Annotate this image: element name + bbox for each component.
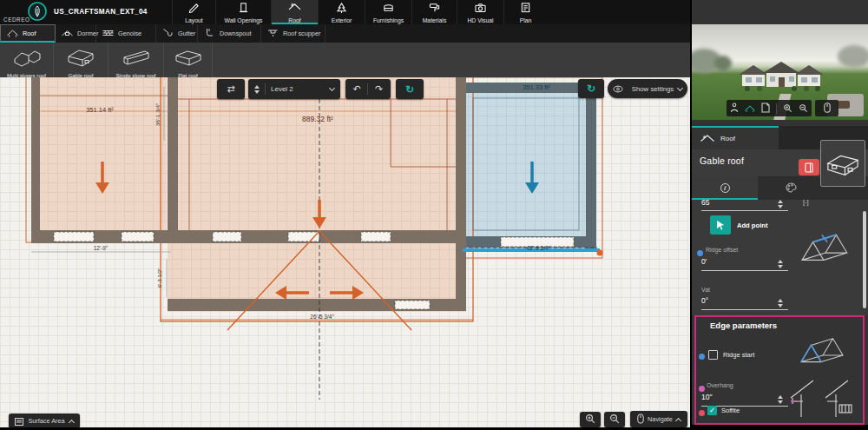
- ribbon-tab-downspout[interactable]: Downspout: [198, 24, 261, 43]
- level-selector[interactable]: Level 2: [248, 79, 340, 99]
- zoom-in-button[interactable]: [580, 412, 601, 427]
- tab-layout[interactable]: Layout: [172, 0, 215, 24]
- undo-button[interactable]: ↶: [346, 83, 368, 95]
- vat-stepper[interactable]: [778, 299, 783, 308]
- ridge-offset-input[interactable]: 0': [701, 257, 707, 266]
- refresh-icon: ↻: [405, 83, 414, 96]
- panel-tab-roof[interactable]: Roof: [692, 126, 779, 149]
- eye-icon: [613, 81, 623, 96]
- tab-materials-palette[interactable]: [758, 176, 824, 200]
- roof-icon: [7, 28, 18, 39]
- roof-view-icon[interactable]: [745, 101, 755, 116]
- delete-roof-button[interactable]: [799, 159, 819, 175]
- tool-multi-slopes-roof[interactable]: Multi slopes roof: [0, 43, 54, 77]
- dim-porch-height: 6'-3 1/2": [156, 268, 162, 288]
- floor-plan-canvas[interactable]: 351.14 ft² 889.32 ft² 351.33 ft² 12'-9" …: [0, 77, 690, 427]
- flat-roof-icon: [173, 43, 204, 71]
- edge-parameters-heading: Edge parameters: [710, 321, 777, 330]
- mouse-icon: [824, 101, 831, 116]
- single-slope-roof-icon: [121, 43, 152, 71]
- ribbon-tab-roof-scupper[interactable]: Roof scupper: [261, 24, 326, 43]
- gable-roof-icon: [65, 43, 96, 71]
- swap-level-button[interactable]: ⇄: [217, 79, 245, 99]
- auto-roof-refresh-button[interactable]: ↻: [396, 79, 424, 99]
- tab-wall-openings[interactable]: Wall Openings: [215, 0, 271, 24]
- tab-exterior[interactable]: Exterior: [318, 0, 365, 24]
- vat-input[interactable]: 0°: [701, 296, 708, 305]
- overhang-label: Overhang: [707, 382, 733, 388]
- tab-plan[interactable]: Plan: [503, 0, 547, 24]
- ribbon-tab-roof[interactable]: Roof: [0, 24, 56, 43]
- ridge-offset-stepper[interactable]: [778, 260, 783, 268]
- cedreo-app: CEDREO. US_CRAFTSMAN_EXT_04 Layout Wall …: [0, 0, 868, 430]
- tool-flat-roof[interactable]: Flat roof: [164, 43, 213, 77]
- redo-button[interactable]: ↷: [368, 83, 390, 95]
- roof-type-thumbnail[interactable]: [820, 140, 865, 187]
- slope-stepper[interactable]: [778, 200, 783, 208]
- panel-scrollbar[interactable]: [863, 211, 866, 308]
- tool-single-slope-roof[interactable]: Single slope roof: [108, 43, 164, 77]
- zoom-out-icon: [609, 412, 620, 427]
- ridge-start-checkbox[interactable]: [708, 350, 718, 360]
- overhang-dot: [699, 386, 705, 392]
- pencil-icon: [187, 0, 201, 17]
- navigate-button[interactable]: Navigate: [630, 411, 687, 427]
- soffite-dot: [699, 410, 705, 416]
- vertex-handle[interactable]: [597, 250, 603, 256]
- show-settings-label: Show settings: [632, 85, 674, 93]
- zoom-out-button[interactable]: [604, 412, 625, 427]
- refresh-icon: ↻: [587, 83, 595, 95]
- tab-roof[interactable]: Roof: [271, 0, 318, 24]
- roof-tools-row: Multi slopes roof Gable roof Single slop…: [0, 43, 690, 77]
- tab-materials[interactable]: Materials: [411, 0, 457, 24]
- roof-ribbon-tabs: Roof Dormer Genoise Gutter Downspout Roo…: [0, 24, 690, 43]
- surface-area-label: Surface Area: [28, 417, 64, 425]
- downspout-icon: [204, 28, 215, 39]
- list-icon: [15, 413, 23, 428]
- ribbon-tab-gutter[interactable]: Gutter: [156, 24, 198, 43]
- add-point-button[interactable]: [710, 215, 731, 235]
- ridge-offset-label: Ridge offset: [706, 247, 738, 253]
- info-icon: i: [720, 183, 730, 193]
- roof-plan-drawing: 351.14 ft² 889.32 ft² 351.33 ft² 12'-9" …: [0, 77, 690, 427]
- add-point-label: Add point: [737, 222, 767, 229]
- detect-refresh-button[interactable]: ↻: [578, 79, 604, 98]
- soffite-checkbox[interactable]: ✓: [707, 406, 717, 415]
- slope-value-input[interactable]: 65: [701, 198, 709, 207]
- ridge-offset-dot: [697, 250, 703, 256]
- ridge-start-dot: [699, 354, 705, 360]
- chevron-up-icon: [69, 419, 75, 425]
- tab-furnishings[interactable]: Furnishings: [365, 0, 411, 24]
- chevron-down-icon: [329, 85, 335, 91]
- camera-icon: [474, 0, 487, 17]
- soffite-label: Soffite: [721, 407, 740, 414]
- tab-hd-visual[interactable]: HD Visual: [457, 0, 503, 24]
- dim-right-width: 42'-9 1/4": [526, 245, 550, 251]
- zoom-in-icon[interactable]: [783, 101, 792, 116]
- ribbon-tab-genoise[interactable]: Genoise: [96, 24, 156, 43]
- tab-info[interactable]: i: [692, 176, 758, 200]
- bracket-icon: [-]: [803, 198, 809, 206]
- plan-view-icon[interactable]: [761, 101, 770, 116]
- overhang-stepper[interactable]: [778, 395, 783, 404]
- tool-gable-roof[interactable]: Gable roof: [54, 43, 108, 77]
- zoom-in-icon: [585, 412, 595, 427]
- preview-navigate-button[interactable]: [815, 100, 838, 116]
- sofa-icon: [382, 0, 395, 17]
- gable-roof-icon: [824, 149, 862, 178]
- project-name: US_CRAFTSMAN_EXT_04: [54, 8, 148, 16]
- paint-roller-icon: [428, 0, 441, 17]
- ridge-start-label: Ridge start: [723, 351, 754, 359]
- preview-toolbar: [727, 100, 812, 116]
- level-stepper[interactable]: [254, 85, 260, 94]
- surface-area-button[interactable]: Surface Area: [9, 413, 80, 427]
- zoom-out-icon[interactable]: [799, 101, 808, 116]
- multi-slopes-roof-icon: [11, 43, 43, 71]
- properties-panel: Roof Gable roof i 65 [-] Ad: [690, 0, 868, 430]
- overhang-input[interactable]: 10": [701, 393, 712, 401]
- vat-label: Vat: [701, 287, 710, 293]
- walkthrough-person-icon[interactable]: [730, 101, 739, 116]
- show-settings-button[interactable]: Show settings: [608, 79, 687, 98]
- swap-icon: ⇄: [227, 83, 234, 95]
- ribbon-tab-dormer[interactable]: Dormer: [56, 24, 96, 43]
